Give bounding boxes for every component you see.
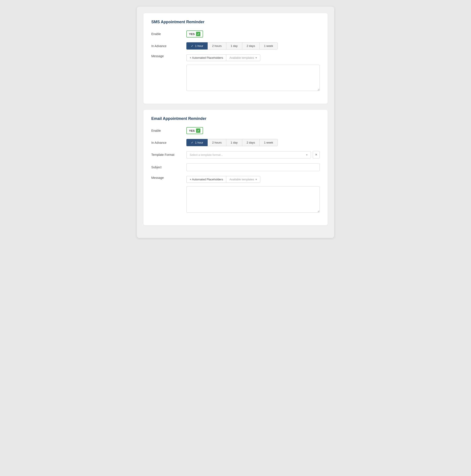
email-template-dropdown-icon: ▾ [306, 153, 308, 156]
sms-section-title: SMS Appointment Reminder [151, 20, 320, 24]
email-check-icon: ✓ [196, 128, 200, 133]
email-template-format-content: Select a template format... ▾ × [186, 151, 320, 158]
email-message-toolbar: + Automated Placeholders Available templ… [186, 176, 260, 183]
email-template-format-row: Template Format Select a template format… [151, 151, 320, 158]
sms-message-row: Message + Automated Placeholders Availab… [151, 54, 320, 91]
email-advance-content: ✓ 1 hour 2 hours 1 day 2 days 1 week [186, 139, 320, 146]
email-available-templates-label: Available templates [229, 178, 254, 181]
page-wrapper: SMS Appointment Reminder Enable YES ✓ In… [137, 7, 334, 238]
email-message-label: Message [151, 176, 186, 180]
sms-section: SMS Appointment Reminder Enable YES ✓ In… [143, 13, 328, 104]
email-message-textarea[interactable] [186, 186, 320, 213]
email-template-clear-btn[interactable]: × [313, 151, 320, 158]
email-available-templates-btn[interactable]: Available templates ▾ [226, 176, 260, 183]
sms-check-icon: ✓ [196, 32, 200, 36]
email-section-title: Email Appointment Reminder [151, 116, 320, 121]
sms-message-toolbar: + Automated Placeholders Available templ… [186, 54, 260, 61]
sms-yes-text: YES [189, 33, 195, 36]
sms-enable-toggle[interactable]: YES ✓ [186, 31, 203, 37]
email-template-select[interactable]: Select a template format... ▾ [186, 151, 311, 158]
email-message-row: Message + Automated Placeholders Availab… [151, 176, 320, 213]
email-subject-input[interactable] [186, 163, 320, 171]
sms-advance-btn-group: ✓ 1 hour 2 hours 1 day 2 days 1 week [186, 42, 278, 50]
sms-advance-btn-1hour[interactable]: ✓ 1 hour [186, 42, 208, 50]
sms-message-content: + Automated Placeholders Available templ… [186, 54, 320, 91]
sms-advance-btn-2hours[interactable]: 2 hours [208, 42, 226, 50]
sms-advance-content: ✓ 1 hour 2 hours 1 day 2 days 1 week [186, 42, 320, 50]
sms-automated-placeholders-label: + Automated Placeholders [190, 56, 223, 59]
sms-message-textarea[interactable] [186, 65, 320, 91]
email-subject-label: Subject [151, 166, 186, 169]
sms-dropdown-icon: ▾ [255, 56, 257, 59]
sms-advance-btn-2days[interactable]: 2 days [242, 42, 259, 50]
email-template-select-placeholder: Select a template format... [190, 153, 223, 156]
email-enable-label: Enable [151, 129, 186, 132]
email-automated-placeholders-btn[interactable]: + Automated Placeholders [186, 176, 226, 183]
sms-available-templates-label: Available templates [229, 56, 254, 59]
sms-enable-label: Enable [151, 32, 186, 36]
email-enable-content: YES ✓ [186, 127, 320, 134]
email-advance-btn-2hours[interactable]: 2 hours [208, 139, 226, 146]
email-advance-row: In Advance ✓ 1 hour 2 hours 1 day 2 days… [151, 139, 320, 146]
sms-advance-btn-1week[interactable]: 1 week [259, 42, 278, 50]
sms-advance-row: In Advance ✓ 1 hour 2 hours 1 day 2 days… [151, 42, 320, 50]
email-dropdown-icon: ▾ [255, 178, 257, 181]
sms-automated-placeholders-btn[interactable]: + Automated Placeholders [186, 54, 226, 61]
sms-available-templates-btn[interactable]: Available templates ▾ [226, 54, 260, 61]
sms-advance-btn-1day[interactable]: 1 day [226, 42, 242, 50]
sms-message-label: Message [151, 54, 186, 58]
email-automated-placeholders-label: + Automated Placeholders [190, 178, 223, 181]
email-template-format-label: Template Format [151, 153, 186, 156]
email-subject-row: Subject [151, 163, 320, 171]
email-advance-label: In Advance [151, 141, 186, 144]
email-enable-row: Enable YES ✓ [151, 127, 320, 134]
email-enable-toggle[interactable]: YES ✓ [186, 127, 203, 134]
sms-advance-label: In Advance [151, 44, 186, 48]
email-subject-content [186, 163, 320, 171]
email-advance-btn-1day[interactable]: 1 day [226, 139, 242, 146]
email-advance-btn-1hour[interactable]: ✓ 1 hour [186, 139, 208, 146]
email-advance-btn-2days[interactable]: 2 days [242, 139, 259, 146]
email-yes-text: YES [189, 129, 195, 132]
email-clear-icon: × [315, 153, 317, 157]
email-message-content: + Automated Placeholders Available templ… [186, 176, 320, 213]
email-advance-btn-group: ✓ 1 hour 2 hours 1 day 2 days 1 week [186, 139, 278, 146]
email-advance-btn-1week[interactable]: 1 week [259, 139, 278, 146]
sms-enable-content: YES ✓ [186, 31, 320, 37]
email-section: Email Appointment Reminder Enable YES ✓ … [143, 110, 328, 225]
sms-enable-row: Enable YES ✓ [151, 31, 320, 37]
